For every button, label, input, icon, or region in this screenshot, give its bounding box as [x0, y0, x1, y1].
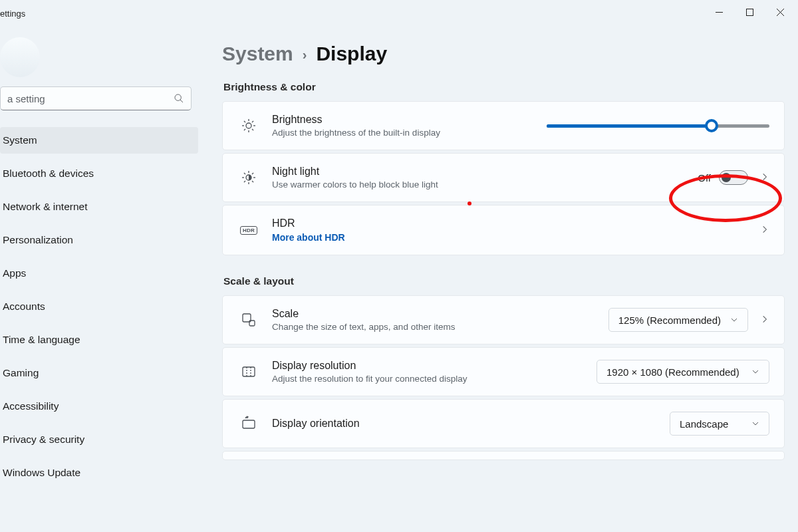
chevron-right-icon[interactable]: [760, 172, 769, 184]
section-scale-layout: Scale & layout Scale Change the size of …: [222, 275, 785, 460]
search-icon: [174, 93, 184, 104]
row-subtitle: Change the size of text, apps, and other…: [272, 322, 608, 332]
row-subtitle: Use warmer colors to help block blue lig…: [272, 180, 698, 190]
scale-icon: [237, 312, 260, 328]
sidebar-item-label: Windows Update: [3, 467, 80, 479]
minimize-button[interactable]: [704, 1, 734, 23]
svg-point-4: [175, 94, 181, 100]
sidebar-item-label: System: [3, 134, 37, 146]
chevron-down-icon: [730, 316, 738, 324]
orientation-dropdown[interactable]: Landscape: [670, 412, 769, 436]
sidebar-item-network[interactable]: Network & internet: [0, 194, 198, 220]
svg-rect-1: [746, 9, 753, 15]
night-light-toggle[interactable]: [719, 170, 748, 185]
row-hdr[interactable]: HDR HDR More about HDR: [222, 205, 785, 255]
svg-point-6: [246, 123, 251, 128]
resolution-icon: [237, 364, 260, 380]
sidebar-item-label: Accessibility: [3, 400, 59, 412]
close-button[interactable]: [765, 1, 795, 23]
sidebar-item-system[interactable]: System: [0, 127, 198, 154]
svg-line-20: [244, 173, 245, 174]
sidebar-item-gaming[interactable]: Gaming: [0, 360, 198, 386]
row-title: Night light: [272, 166, 698, 178]
sidebar-item-personalization[interactable]: Personalization: [0, 227, 198, 253]
row-title: Display resolution: [272, 360, 597, 372]
row-brightness: Brightness Adjust the brightness of the …: [222, 101, 785, 150]
sidebar-item-label: Personalization: [3, 234, 73, 246]
toggle-knob: [722, 173, 731, 182]
nav-list: System Bluetooth & devices Network & int…: [0, 124, 198, 489]
night-light-toggle-group: Off: [698, 170, 748, 185]
window-title: ettings: [0, 6, 25, 19]
orientation-icon: [237, 416, 260, 432]
row-subtitle: Adjust the resolution to fit your connec…: [272, 374, 597, 384]
row-title: HDR: [272, 217, 760, 229]
breadcrumb-current: Display: [316, 43, 387, 65]
row-display-resolution[interactable]: Display resolution Adjust the resolution…: [222, 347, 785, 396]
svg-rect-29: [243, 420, 255, 428]
window-controls: [704, 1, 795, 23]
section-header: Brightness & color: [223, 81, 785, 93]
sidebar-item-label: Time & language: [3, 334, 80, 346]
title-bar: ettings: [0, 0, 798, 24]
sidebar-item-label: Gaming: [3, 367, 39, 379]
sidebar-item-privacy-security[interactable]: Privacy & security: [0, 426, 198, 453]
sidebar-item-windows-update[interactable]: Windows Update: [0, 460, 198, 486]
slider-fill: [547, 124, 712, 128]
section-brightness-color: Brightness & color Brightness Adjust the…: [222, 81, 785, 255]
sun-icon: [237, 118, 260, 134]
chevron-right-icon[interactable]: [760, 315, 769, 326]
hdr-icon: HDR: [237, 226, 260, 235]
sidebar-item-label: Bluetooth & devices: [3, 168, 94, 180]
dropdown-value: 1920 × 1080 (Recommended): [606, 366, 742, 378]
chevron-right-icon: ›: [303, 47, 307, 63]
svg-line-14: [252, 121, 253, 122]
sidebar-item-label: Privacy & security: [3, 434, 84, 446]
section-header: Scale & layout: [223, 275, 785, 287]
row-night-light[interactable]: Night light Use warmer colors to help bl…: [222, 153, 785, 202]
chevron-right-icon[interactable]: [760, 225, 769, 236]
row-display-orientation[interactable]: Display orientation Landscape: [222, 399, 785, 448]
avatar[interactable]: [0, 37, 40, 77]
row-scale[interactable]: Scale Change the size of text, apps, and…: [222, 295, 785, 344]
resolution-dropdown[interactable]: 1920 × 1080 (Recommended): [597, 360, 769, 384]
night-light-icon: [237, 170, 260, 186]
brightness-slider[interactable]: [547, 119, 769, 132]
hdr-link[interactable]: More about HDR: [272, 232, 760, 243]
svg-line-21: [252, 181, 253, 182]
scale-dropdown[interactable]: 125% (Recommended): [608, 308, 748, 332]
sidebar-item-accessibility[interactable]: Accessibility: [0, 393, 198, 420]
row-subtitle: Adjust the brightness of the built-in di…: [272, 128, 547, 138]
row-title: Display orientation: [272, 418, 670, 430]
main-content: System › Display Brightness & color Brig…: [222, 39, 785, 532]
sidebar-item-label: Network & internet: [3, 201, 88, 213]
sidebar-item-apps[interactable]: Apps: [0, 260, 198, 287]
dropdown-value: Landscape: [680, 418, 742, 430]
chevron-down-icon: [751, 368, 759, 376]
breadcrumb-parent[interactable]: System: [222, 43, 293, 65]
sidebar-item-bluetooth[interactable]: Bluetooth & devices: [0, 160, 198, 187]
svg-line-5: [180, 100, 183, 102]
chevron-down-icon: [751, 420, 759, 428]
row-next[interactable]: [222, 451, 785, 460]
sidebar-item-label: Accounts: [3, 301, 45, 313]
search-placeholder: a setting: [7, 93, 174, 104]
breadcrumb: System › Display: [222, 43, 785, 65]
sidebar: a setting System Bluetooth & devices Net…: [0, 24, 198, 532]
svg-line-13: [244, 129, 245, 130]
sidebar-item-label: Apps: [3, 267, 26, 279]
maximize-button[interactable]: [734, 1, 765, 23]
svg-line-11: [244, 121, 245, 122]
svg-line-12: [252, 129, 253, 130]
search-input[interactable]: a setting: [0, 86, 192, 110]
sidebar-item-time-language[interactable]: Time & language: [0, 327, 198, 353]
svg-line-23: [252, 173, 253, 174]
svg-line-22: [244, 181, 245, 182]
svg-rect-26: [243, 367, 255, 376]
dropdown-value: 125% (Recommended): [618, 315, 721, 326]
slider-thumb[interactable]: [705, 119, 718, 132]
toggle-state-label: Off: [698, 172, 711, 184]
row-title: Brightness: [272, 114, 547, 126]
sidebar-item-accounts[interactable]: Accounts: [0, 293, 198, 320]
row-title: Scale: [272, 308, 608, 320]
